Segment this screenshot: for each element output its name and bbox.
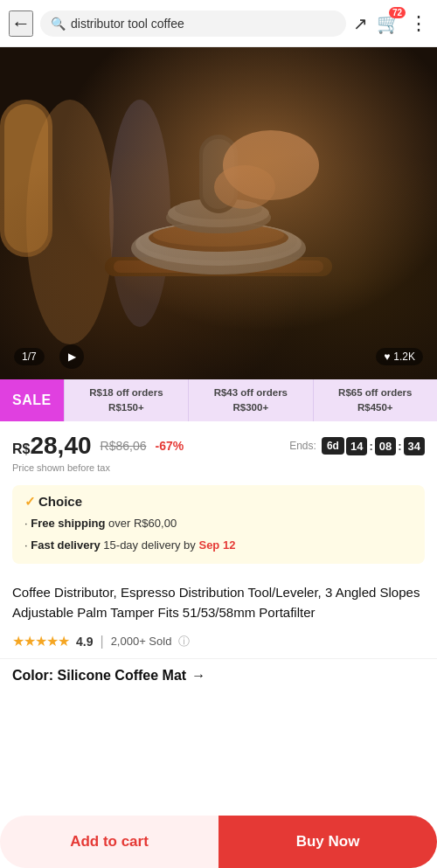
choice-item-shipping: · Free shipping over R$60,00 [24, 515, 413, 532]
buy-now-button[interactable]: Buy Now [218, 816, 437, 868]
choice-delivery-bold: Fast delivery [31, 538, 101, 552]
share-icon[interactable]: ↗ [353, 13, 368, 34]
countdown-seconds: 34 [404, 437, 425, 455]
product-title-section: Coffee Distributor, Espresso Distributio… [0, 573, 437, 628]
price-row: R$28,40 R$86,06 -67% Ends: 6d 14 : 08 : … [12, 432, 425, 460]
countdown: 6d 14 : 08 : 34 [322, 437, 425, 455]
image-counter: 1/7 [14, 348, 45, 365]
price-main: R$28,40 [12, 432, 92, 460]
sale-offer-2-min: R$300+ [233, 400, 269, 415]
top-bar: ← 🔍 distributor tool coffee ↗ 🛒 72 ⋮ [0, 0, 437, 47]
color-section[interactable]: Color: Silicone Coffee Mat → [0, 658, 437, 698]
product-image-container: 1/7 ▶ ♥ 1.2K [0, 47, 437, 379]
countdown-hours: 14 [346, 437, 367, 455]
sale-banner: SALE R$18 off orders R$150+ R$43 off ord… [0, 379, 437, 421]
color-label[interactable]: Color: Silicone Coffee Mat → [12, 668, 425, 684]
cart-badge: 72 [389, 7, 406, 18]
countdown-minutes: 08 [375, 437, 396, 455]
price-note: Price shown before tax [12, 462, 425, 473]
price-section: R$28,40 R$86,06 -67% Ends: 6d 14 : 08 : … [0, 421, 437, 476]
price-amount: 28,40 [30, 432, 91, 459]
add-to-cart-button[interactable]: Add to cart [0, 816, 218, 868]
choice-shipping-bold: Free shipping [31, 517, 105, 530]
price-currency: R$ [12, 441, 30, 456]
countdown-days: 6d [322, 437, 344, 455]
choice-delivery-rest: 15-day delivery by [101, 538, 199, 552]
top-actions: ↗ 🛒 72 ⋮ [353, 12, 428, 35]
cart-button[interactable]: 🛒 72 [377, 12, 400, 35]
price-original: R$86,06 [101, 439, 147, 453]
rating-stars: ★★★★★ [12, 633, 69, 649]
sale-offer-2-discount: R$43 off orders [214, 385, 288, 400]
sale-offer-1-min: R$150+ [108, 400, 144, 415]
discount-badge: -67% [155, 439, 184, 453]
sale-offer-3[interactable]: R$65 off orders R$450+ [313, 379, 437, 421]
search-icon: 🔍 [51, 17, 66, 31]
search-bar[interactable]: 🔍 distributor tool coffee [40, 10, 346, 37]
rating-number: 4.9 [76, 635, 93, 649]
rating-row[interactable]: ★★★★★ 4.9 | 2,000+ Sold ⓘ [0, 628, 437, 658]
color-arrow-icon: → [191, 668, 205, 684]
sale-offers: R$18 off orders R$150+ R$43 off orders R… [64, 379, 437, 421]
choice-delivery-date: Sep 12 [198, 538, 235, 552]
play-button[interactable]: ▶ [59, 344, 84, 369]
countdown-sep2: : [398, 440, 401, 453]
bottom-spacer [0, 698, 437, 759]
divider-dot: | [100, 634, 103, 649]
choice-shipping-rest: over R$60,00 [105, 517, 177, 530]
wishlist-count: 1.2K [393, 351, 415, 363]
choice-box: ✓Choice · Free shipping over R$60,00 · F… [12, 485, 425, 564]
countdown-sep1: : [369, 440, 372, 453]
search-text: distributor tool coffee [71, 17, 184, 31]
sold-count: 2,000+ Sold [111, 635, 172, 648]
product-image-overlay [0, 47, 437, 379]
sale-offer-3-min: R$450+ [357, 400, 393, 415]
sale-offer-3-discount: R$65 off orders [338, 385, 412, 400]
sale-offer-1-discount: R$18 off orders [89, 385, 163, 400]
more-icon[interactable]: ⋮ [409, 12, 428, 35]
countdown-section: Ends: 6d 14 : 08 : 34 [289, 437, 425, 455]
wishlist-icon: ♥ [384, 351, 390, 363]
product-title: Coffee Distributor, Espresso Distributio… [12, 583, 425, 622]
choice-checkmark: ✓ [24, 494, 36, 509]
bottom-bar: Add to cart Buy Now [0, 816, 437, 868]
sale-tag: SALE [0, 379, 64, 421]
choice-title: ✓Choice [24, 494, 413, 510]
color-label-text: Color: Silicone Coffee Mat [12, 668, 186, 684]
info-icon: ⓘ [178, 634, 190, 649]
sale-offer-1[interactable]: R$18 off orders R$150+ [64, 379, 188, 421]
sale-offer-2[interactable]: R$43 off orders R$300+ [188, 379, 312, 421]
ends-label: Ends: [289, 440, 316, 452]
wishlist-badge[interactable]: ♥ 1.2K [376, 348, 423, 365]
back-button[interactable]: ← [9, 10, 33, 37]
choice-item-delivery: · Fast delivery 15-day delivery by Sep 1… [24, 537, 413, 554]
